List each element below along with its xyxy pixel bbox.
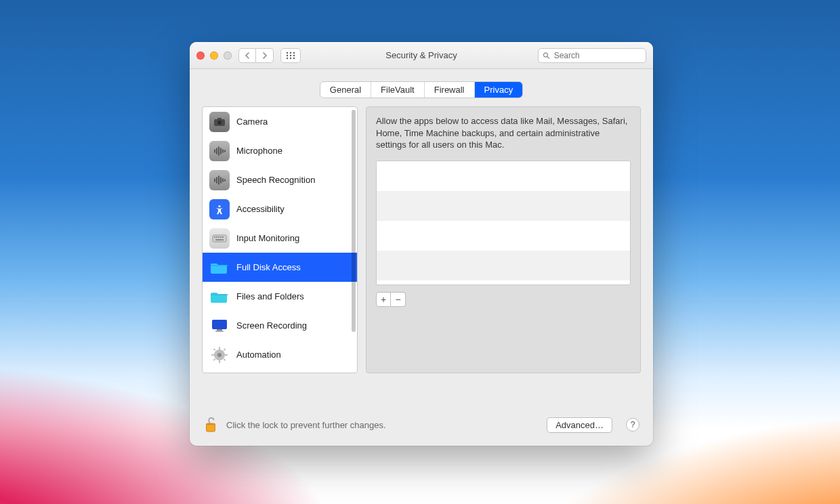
display-icon [209, 316, 230, 336]
svg-rect-37 [212, 320, 227, 329]
svg-rect-28 [213, 235, 226, 242]
sidebar-item-label: Full Disk Access [236, 262, 301, 272]
svg-point-1 [290, 51, 291, 53]
svg-rect-51 [207, 423, 215, 425]
tab-general[interactable]: General [320, 82, 371, 98]
svg-point-5 [293, 54, 295, 56]
svg-point-0 [287, 51, 288, 53]
content-area: Camera Microphone Speech Recognition Acc… [190, 98, 653, 373]
keyboard-icon [209, 228, 230, 249]
lock-help-text: Click the lock to prevent further change… [226, 420, 386, 430]
sidebar-item-label: Accessibility [236, 204, 285, 214]
window-footer: Click the lock to prevent further change… [190, 405, 653, 446]
window-titlebar: Security & Privacy [190, 42, 653, 69]
help-button[interactable]: ? [626, 418, 639, 432]
traffic-lights [196, 51, 232, 60]
nav-buttons [238, 48, 274, 63]
folder-icon [209, 287, 230, 307]
sidebar-item-label: Speech Recognition [236, 175, 315, 185]
chevron-left-icon [245, 52, 250, 59]
svg-rect-48 [224, 348, 226, 351]
sidebar-item-screen-recording[interactable]: Screen Recording [203, 311, 357, 340]
svg-rect-35 [211, 265, 228, 266]
tab-bar: General FileVault Firewall Privacy [190, 69, 653, 98]
list-row [377, 251, 630, 280]
sidebar-item-files-and-folders[interactable]: Files and Folders [203, 282, 357, 311]
add-remove-controls: + − [376, 292, 631, 307]
accessibility-icon [209, 199, 230, 219]
svg-rect-12 [217, 118, 222, 120]
svg-rect-33 [222, 236, 224, 238]
sidebar-item-full-disk-access[interactable]: Full Disk Access [203, 253, 357, 282]
tab-firewall[interactable]: Firewall [425, 82, 475, 98]
back-button[interactable] [238, 48, 256, 63]
svg-rect-36 [211, 294, 228, 295]
svg-rect-44 [211, 354, 214, 356]
chevron-right-icon [262, 52, 268, 59]
svg-point-7 [290, 57, 291, 58]
sidebar-item-speech-recognition[interactable]: Speech Recognition [203, 165, 357, 194]
sidebar-item-accessibility[interactable]: Accessibility [203, 194, 357, 224]
svg-rect-30 [216, 236, 217, 238]
close-window-button[interactable] [196, 51, 205, 60]
camera-icon [209, 112, 230, 132]
tab-filevault[interactable]: FileVault [371, 82, 425, 98]
svg-rect-39 [215, 331, 224, 332]
waveform-icon [209, 170, 230, 190]
list-row [377, 161, 630, 191]
sidebar-scrollbar[interactable] [352, 110, 356, 332]
svg-rect-38 [217, 329, 222, 331]
sidebar-item-label: Camera [236, 117, 268, 127]
svg-rect-49 [213, 358, 216, 361]
svg-rect-47 [224, 358, 226, 361]
search-input[interactable] [554, 51, 642, 60]
sidebar-item-automation[interactable]: Automation [203, 340, 357, 369]
svg-point-9 [543, 53, 547, 57]
svg-rect-46 [213, 348, 216, 351]
folder-icon [209, 257, 230, 278]
privacy-category-list: Camera Microphone Speech Recognition Acc… [202, 106, 358, 373]
remove-app-button[interactable]: − [391, 292, 406, 307]
svg-point-6 [287, 57, 288, 58]
show-all-button[interactable] [280, 48, 301, 63]
search-icon [543, 51, 550, 60]
svg-rect-34 [215, 239, 224, 240]
svg-point-41 [217, 353, 222, 357]
svg-point-8 [293, 57, 295, 58]
tabs-segmented-control: General FileVault Firewall Privacy [320, 81, 523, 98]
forward-button[interactable] [256, 48, 274, 63]
sidebar-item-label: Input Monitoring [236, 233, 299, 243]
svg-point-3 [287, 54, 288, 56]
sidebar-item-label: Files and Folders [236, 291, 304, 301]
search-field[interactable] [538, 48, 646, 63]
sidebar-item-input-monitoring[interactable]: Input Monitoring [203, 224, 357, 253]
minimize-window-button[interactable] [210, 51, 218, 60]
svg-point-27 [218, 205, 220, 207]
list-row [377, 191, 630, 221]
detail-panel: Allow the apps below to access data like… [366, 106, 641, 373]
svg-rect-32 [220, 236, 222, 238]
svg-rect-43 [219, 360, 220, 363]
sidebar-item-camera[interactable]: Camera [203, 107, 357, 136]
gear-icon [209, 345, 230, 365]
sidebar-item-label: Automation [236, 350, 281, 360]
svg-rect-31 [218, 236, 219, 238]
advanced-button[interactable]: Advanced… [547, 417, 612, 433]
waveform-icon [209, 141, 230, 161]
add-app-button[interactable]: + [376, 292, 391, 307]
tab-privacy[interactable]: Privacy [475, 82, 523, 98]
zoom-window-button[interactable] [224, 51, 232, 60]
svg-point-2 [293, 51, 295, 53]
list-row [377, 221, 630, 251]
preferences-window: Security & Privacy General FileVault Fir… [190, 42, 653, 446]
detail-description: Allow the apps below to access data like… [376, 115, 631, 151]
grid-icon [286, 51, 295, 60]
svg-rect-45 [225, 354, 228, 356]
svg-point-13 [217, 121, 222, 125]
svg-rect-42 [219, 347, 220, 350]
svg-line-10 [547, 56, 549, 58]
lock-icon[interactable] [203, 416, 218, 434]
sidebar-item-microphone[interactable]: Microphone [203, 136, 357, 165]
sidebar-item-label: Screen Recording [236, 320, 307, 331]
app-access-list[interactable] [376, 161, 631, 285]
